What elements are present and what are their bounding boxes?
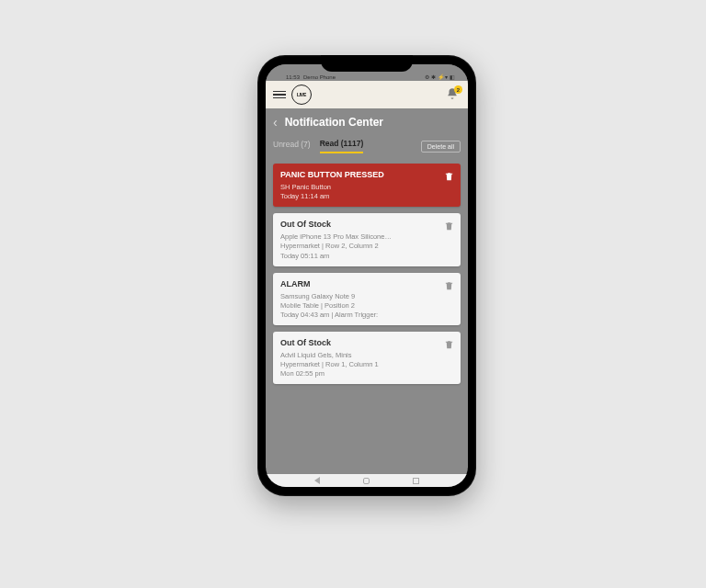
tab-row: Unread (7) Read (1117) Delete all <box>266 136 468 156</box>
delete-all-button[interactable]: Delete all <box>421 141 461 153</box>
phone-frame: 11:53 Demo Phone ⚙ ✱ ⚡ ▾ ◧ LIVE 2 ‹ Noti… <box>257 55 476 496</box>
card-timestamp: Today 04:43 am | Alarm Trigger: <box>280 311 453 320</box>
trash-icon[interactable] <box>444 169 454 180</box>
app-logo: LIVE <box>291 85 312 105</box>
phone-notch <box>321 55 413 72</box>
card-timestamp: Today 05:11 am <box>280 252 453 261</box>
status-time: 11:53 <box>286 74 300 80</box>
card-title: Out Of Stock <box>280 338 453 347</box>
card-line: Advil Liquid Gels, Minis <box>280 351 453 360</box>
app-bar: LIVE 2 <box>266 81 468 108</box>
card-timestamp: Today 11:14 am <box>280 192 453 201</box>
nav-home-icon[interactable] <box>363 478 370 484</box>
notification-card[interactable]: ALARM Samsung Galaxy Note 9 Mobile Table… <box>273 273 461 325</box>
screen: 11:53 Demo Phone ⚙ ✱ ⚡ ▾ ◧ LIVE 2 ‹ Noti… <box>266 64 468 487</box>
back-icon[interactable]: ‹ <box>273 115 278 130</box>
notification-list[interactable]: PANIC BUTTON PRESSED SH Panic Button Tod… <box>266 156 468 474</box>
tab-unread[interactable]: Unread (7) <box>273 140 311 153</box>
card-timestamp: Mon 02:55 pm <box>280 369 453 379</box>
tab-read[interactable]: Read (1117) <box>320 139 364 153</box>
card-title: PANIC BUTTON PRESSED <box>280 170 453 179</box>
trash-icon[interactable] <box>444 278 454 289</box>
card-line: Hypermarket | Row 2, Column 2 <box>280 242 453 251</box>
title-bar: ‹ Notification Center <box>266 108 468 136</box>
card-line: Hypermarket | Row 1, Column 1 <box>280 360 453 369</box>
card-title: Out Of Stock <box>280 220 453 229</box>
trash-icon[interactable] <box>444 337 454 348</box>
notification-card[interactable]: Out Of Stock Advil Liquid Gels, Minis Hy… <box>273 332 461 384</box>
card-line: SH Panic Button <box>280 183 453 192</box>
notification-card[interactable]: Out Of Stock Apple iPhone 13 Pro Max Sil… <box>273 213 461 266</box>
android-navbar <box>266 474 468 487</box>
nav-recent-icon[interactable] <box>413 478 419 484</box>
card-line: Apple iPhone 13 Pro Max Silicone… <box>280 232 453 242</box>
notification-card[interactable]: PANIC BUTTON PRESSED SH Panic Button Tod… <box>273 164 461 207</box>
notification-badge: 2 <box>454 85 462 94</box>
menu-icon[interactable] <box>273 91 286 99</box>
status-icons: ⚙ ✱ ⚡ ▾ ◧ <box>425 74 455 80</box>
notifications-icon[interactable]: 2 <box>446 87 461 102</box>
trash-icon[interactable] <box>444 219 454 230</box>
nav-back-icon[interactable] <box>314 477 320 484</box>
status-device: Demo Phone <box>303 74 336 80</box>
card-line: Samsung Galaxy Note 9 <box>280 292 453 301</box>
card-line: Mobile Table | Position 2 <box>280 301 453 311</box>
card-title: ALARM <box>280 279 453 288</box>
page-title: Notification Center <box>285 116 383 129</box>
